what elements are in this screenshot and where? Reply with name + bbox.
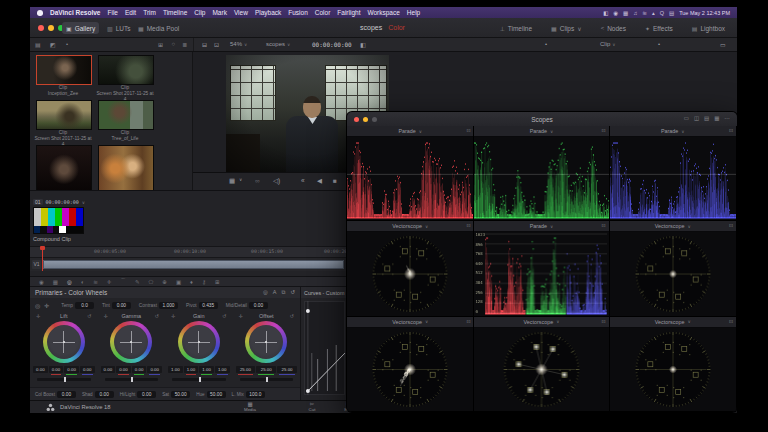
status-icon[interactable]: ◉: [613, 10, 618, 16]
motion-effects-tab-icon[interactable]: ✛: [107, 279, 112, 285]
minimize-window-button[interactable]: [48, 25, 54, 31]
scope-settings-icon[interactable]: ⊡: [466, 223, 470, 228]
clip-filter-dropdown[interactable]: Clip∨: [600, 41, 616, 47]
lift-master-value[interactable]: 0.00: [33, 366, 48, 373]
scope-settings-icon[interactable]: ⊡: [729, 223, 733, 228]
contrast-value[interactable]: 1.000: [159, 302, 178, 309]
menu-item-color[interactable]: Color: [315, 9, 331, 16]
menu-item-view[interactable]: View: [234, 9, 248, 16]
saturation-value[interactable]: 50.00: [171, 391, 190, 398]
mid-detail-value[interactable]: 0.00: [249, 302, 268, 309]
status-icon[interactable]: ◧: [603, 10, 608, 16]
gallery-toggle-button[interactable]: ▣ Gallery: [62, 22, 99, 34]
menu-item-fusion[interactable]: Fusion: [288, 9, 308, 16]
nodes-toggle-button[interactable]: < Nodes: [597, 22, 630, 34]
gain-green-value[interactable]: 1.00: [199, 366, 214, 373]
list-view-icon[interactable]: ≣: [182, 41, 187, 48]
status-icon[interactable]: ▦: [623, 10, 628, 16]
menu-item-trim[interactable]: Trim: [143, 9, 156, 16]
gallery-still-thumbnail[interactable]: [98, 100, 154, 130]
gain-blue-value[interactable]: 1.00: [215, 366, 230, 373]
scope-settings-icon[interactable]: ⊡: [602, 223, 606, 228]
key-tab-icon[interactable]: ⚷: [202, 279, 206, 285]
go-to-start-button[interactable]: «: [301, 177, 305, 184]
scope-type-dropdown[interactable]: Vectorscope∨ ⊡: [474, 317, 608, 328]
more-options-icon[interactable]: ⋯: [725, 115, 731, 121]
bars-mode-icon[interactable]: A: [273, 289, 277, 296]
search-icon[interactable]: ○: [171, 41, 175, 47]
viewer-tool-icon[interactable]: ⊟: [202, 41, 207, 48]
camera-raw-tab-icon[interactable]: ◉: [39, 279, 44, 285]
scope-settings-icon[interactable]: ⊡: [729, 319, 733, 324]
blur-tab-icon[interactable]: ♦: [190, 279, 193, 285]
grid-view-icon[interactable]: ⊞: [158, 41, 163, 48]
timeline-clip[interactable]: [43, 260, 344, 269]
log-mode-icon[interactable]: ⧉: [281, 289, 285, 296]
lift-green-value[interactable]: 0.00: [64, 366, 79, 373]
layout-single-icon[interactable]: ▭: [684, 115, 689, 121]
gamma-master-slider[interactable]: [105, 378, 159, 381]
window-tab-icon[interactable]: ⬠: [148, 279, 153, 285]
stop-button[interactable]: ■: [333, 177, 337, 184]
gallery-still-thumbnail[interactable]: [36, 55, 92, 85]
curves-tab-icon[interactable]: ⌒: [120, 278, 126, 285]
gamma-red-value[interactable]: 0.00: [116, 366, 131, 373]
color-wheels-tab-icon[interactable]: ◎: [67, 279, 72, 285]
layout-three-up-icon[interactable]: ▤: [704, 115, 709, 121]
hdr-tab-icon[interactable]: ◐: [81, 279, 84, 285]
auto-balance-icon[interactable]: ◎: [35, 302, 40, 309]
qualifier-tab-icon[interactable]: ✎: [135, 279, 140, 285]
gain-master-value[interactable]: 1.00: [168, 366, 183, 373]
menu-item-playback[interactable]: Playback: [255, 9, 281, 16]
page-button-media[interactable]: ▦ Media: [230, 401, 270, 412]
bluetooth-icon[interactable]: ≋: [642, 10, 647, 16]
sizing-tab-icon[interactable]: ⊞: [215, 279, 220, 285]
wheel-reset-icon[interactable]: ↺: [87, 313, 91, 319]
menu-app-name[interactable]: DaVinci Resolve: [50, 9, 100, 16]
hue-value[interactable]: 50.00: [207, 391, 226, 398]
viewer-zoom-dropdown[interactable]: 54%∨: [230, 41, 247, 47]
menubar-clock[interactable]: Tue May 2 12:43 PM: [679, 10, 730, 16]
camera-icon[interactable]: ◧: [360, 41, 366, 48]
col-boost-value[interactable]: 0.00: [57, 391, 76, 398]
minimize-window-button[interactable]: [363, 117, 368, 122]
expand-icon[interactable]: ▭: [720, 41, 726, 48]
apple-logo-icon[interactable]: [37, 10, 43, 16]
layout-four-up-icon[interactable]: ▦: [714, 115, 719, 121]
gain-master-slider[interactable]: [172, 378, 226, 381]
offset-green-value[interactable]: 25.00: [256, 366, 276, 373]
pivot-value[interactable]: 0.435: [199, 302, 218, 309]
lift-blue-value[interactable]: 0.00: [80, 366, 95, 373]
link-icon[interactable]: ∞: [255, 177, 260, 184]
curve-editor[interactable]: [304, 301, 345, 395]
effects-toggle-button[interactable]: ✦ Effects: [641, 22, 677, 34]
menu-item-mark[interactable]: Mark: [212, 9, 226, 16]
gamma-blue-value[interactable]: 0.00: [147, 366, 162, 373]
wifi-icon[interactable]: ▴: [652, 10, 655, 16]
gallery-still-thumbnail[interactable]: [36, 145, 92, 192]
picker-icon[interactable]: ✛: [44, 302, 49, 309]
scope-settings-icon[interactable]: ⊡: [729, 128, 733, 133]
viewer-wipe-icon[interactable]: ⊡: [214, 41, 219, 48]
timeline-mode-icon[interactable]: ▦: [229, 177, 235, 185]
scope-settings-icon[interactable]: ⊡: [602, 128, 606, 133]
chevron-down-icon[interactable]: ∨: [82, 200, 85, 205]
scope-type-dropdown[interactable]: Parade∨ ⊡: [610, 126, 736, 137]
control-center-icon[interactable]: ▤: [669, 10, 674, 16]
step-back-button[interactable]: ◀: [317, 177, 322, 185]
viewer-timeline-dropdown[interactable]: scopes∨: [266, 41, 290, 47]
gain-red-value[interactable]: 1.00: [184, 366, 199, 373]
chevron-down-icon[interactable]: ∨: [239, 177, 242, 182]
media-pool-toggle-button[interactable]: ▦ Media Pool: [134, 22, 183, 34]
scope-type-dropdown[interactable]: Parade∨ ⊡: [474, 126, 608, 137]
wheel-reset-icon[interactable]: ↺: [222, 313, 226, 319]
wheel-reset-icon[interactable]: ↺: [290, 313, 294, 319]
shadows-value[interactable]: 0.00: [95, 391, 114, 398]
gamma-green-value[interactable]: 0.00: [132, 366, 147, 373]
scope-settings-icon[interactable]: ⊡: [602, 319, 606, 324]
menu-item-file[interactable]: File: [107, 9, 117, 16]
scope-type-dropdown[interactable]: Vectorscope∨ ⊡: [610, 317, 736, 328]
scope-settings-icon[interactable]: ⊡: [466, 128, 470, 133]
reset-palette-icon[interactable]: ↺: [290, 289, 295, 296]
playhead[interactable]: [42, 246, 43, 271]
